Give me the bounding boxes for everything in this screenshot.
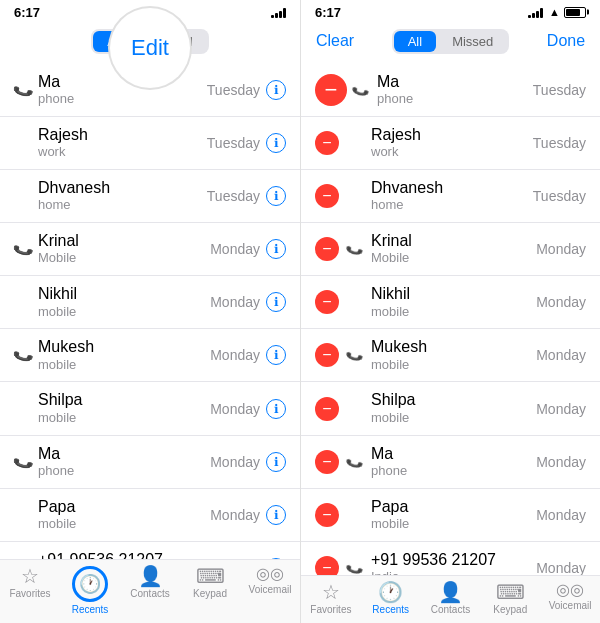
info-button[interactable]: ℹ — [266, 186, 286, 206]
call-item-number-right: − 📞 +91 99536 21207 India Monday — [301, 542, 600, 575]
info-button[interactable]: ℹ — [266, 345, 286, 365]
call-item-krinal-left: 📞 Krinal Mobile Monday ℹ — [0, 223, 300, 276]
call-day: Monday — [210, 401, 260, 417]
tab-contacts-right[interactable]: 👤 Contacts — [421, 582, 481, 615]
handset-icon: 📞 — [345, 344, 369, 366]
info-button[interactable]: ℹ — [266, 292, 286, 312]
tab-label: Contacts — [431, 604, 470, 615]
tab-recents-left[interactable]: 🕐 Recents — [60, 566, 120, 615]
favorites-icon: ☆ — [21, 566, 39, 586]
tab-favorites-right[interactable]: ☆ Favorites — [301, 582, 361, 615]
status-time-right: 6:17 — [315, 5, 341, 20]
call-name: Rajesh — [371, 125, 533, 144]
tab-keypad-left[interactable]: ⌨ Keypad — [180, 566, 240, 615]
call-label: phone — [38, 463, 210, 480]
handset-icon: 📞 — [351, 79, 375, 101]
call-day: Tuesday — [207, 188, 260, 204]
call-day: Monday — [210, 294, 260, 310]
delete-button[interactable]: − — [315, 397, 339, 421]
battery-icon — [564, 7, 586, 18]
tab-label: Voicemail — [249, 584, 292, 595]
status-icons-right: ▲ — [528, 6, 586, 18]
delete-button[interactable]: − — [315, 290, 339, 314]
delete-button[interactable]: − — [315, 450, 339, 474]
info-button[interactable]: ℹ — [266, 505, 286, 525]
call-item-papa-left: Papa mobile Monday ℹ — [0, 489, 300, 542]
call-item-ma2-left: 📞 Ma phone Monday ℹ — [0, 436, 300, 489]
call-day: Monday — [536, 401, 586, 417]
info-button[interactable]: ℹ — [266, 239, 286, 259]
filter-tabs-right: All Missed — [392, 29, 510, 54]
call-label: mobile — [371, 410, 536, 427]
info-button[interactable]: ℹ — [266, 558, 286, 559]
done-button[interactable]: Done — [546, 32, 586, 50]
handset-icon: 📞 — [11, 556, 36, 559]
call-name: +91 99536 21207 — [38, 550, 210, 559]
call-item-shilpa-right: − Shilpa mobile Monday — [301, 382, 600, 435]
call-day: Tuesday — [207, 135, 260, 151]
tab-contacts-left[interactable]: 👤 Contacts — [120, 566, 180, 615]
tab-all-right[interactable]: All — [394, 31, 436, 52]
call-label: phone — [38, 91, 207, 108]
signal-icon-right — [528, 7, 543, 18]
call-day: Tuesday — [207, 82, 260, 98]
call-day: Monday — [210, 347, 260, 363]
tab-bar-right: ☆ Favorites 🕐 Recents 👤 Contacts ⌨ Keypa… — [301, 575, 600, 623]
call-label: mobile — [371, 357, 536, 374]
call-name: Ma — [38, 444, 210, 463]
info-button[interactable]: ℹ — [266, 133, 286, 153]
call-label: phone — [377, 91, 533, 108]
contacts-icon: 👤 — [438, 582, 463, 602]
call-name: Nikhil — [38, 284, 210, 303]
keypad-icon: ⌨ — [196, 566, 225, 586]
call-label: work — [371, 144, 533, 161]
tab-favorites-left[interactable]: ☆ Favorites — [0, 566, 60, 615]
call-item-nikhil-left: Nikhil mobile Monday ℹ — [0, 276, 300, 329]
status-icons-left — [271, 7, 286, 18]
delete-button[interactable]: − — [315, 556, 339, 575]
call-item-ma-right: − 📞 Ma phone Tuesday — [301, 64, 600, 117]
clear-button[interactable]: Clear — [315, 32, 355, 50]
voicemail-icon: ◎◎ — [256, 566, 284, 582]
call-list-left: 📞 Ma phone Tuesday ℹ Rajesh work Tuesday… — [0, 64, 300, 559]
call-name: Shilpa — [371, 390, 536, 409]
info-button[interactable]: ℹ — [266, 452, 286, 472]
tab-bar-left: ☆ Favorites 🕐 Recents 👤 Contacts ⌨ Keypa… — [0, 559, 300, 623]
info-button[interactable]: ℹ — [266, 399, 286, 419]
tab-recents-right[interactable]: 🕐 Recents — [361, 582, 421, 615]
call-day: Monday — [536, 507, 586, 523]
delete-button[interactable]: − — [315, 237, 339, 261]
call-day: Monday — [536, 560, 586, 575]
call-name: Ma — [377, 72, 533, 91]
call-label: home — [371, 197, 533, 214]
call-name: Mukesh — [371, 337, 536, 356]
tab-label-recents: Recents — [372, 604, 409, 615]
recents-icon: 🕐 — [79, 575, 101, 593]
tab-label: Keypad — [493, 604, 527, 615]
tab-voicemail-right[interactable]: ◎◎ Voicemail — [540, 582, 600, 615]
wifi-icon: ▲ — [549, 6, 560, 18]
recents-circle: 🕐 — [72, 566, 108, 602]
call-item-rajesh-left: Rajesh work Tuesday ℹ — [0, 117, 300, 170]
delete-button[interactable]: − — [315, 503, 339, 527]
info-button[interactable]: ℹ — [266, 80, 286, 100]
handset-icon: 📞 — [11, 78, 36, 102]
delete-button[interactable]: − — [315, 131, 339, 155]
delete-button[interactable]: − — [315, 343, 339, 367]
call-day: Monday — [210, 241, 260, 257]
call-name: Shilpa — [38, 390, 210, 409]
tab-keypad-right[interactable]: ⌨ Keypad — [480, 582, 540, 615]
call-name: Krinal — [38, 231, 210, 250]
edit-button[interactable]: Edit — [131, 35, 169, 61]
delete-button[interactable]: − — [315, 184, 339, 208]
call-day: Tuesday — [533, 188, 586, 204]
call-item-ma2-right: − 📞 Ma phone Monday — [301, 436, 600, 489]
recents-icon: 🕐 — [378, 582, 403, 602]
tab-missed-right[interactable]: Missed — [438, 31, 507, 52]
call-name: Dhvanesh — [38, 178, 207, 197]
tab-label: Voicemail — [549, 600, 592, 611]
tab-voicemail-left[interactable]: ◎◎ Voicemail — [240, 566, 300, 615]
delete-button[interactable]: − — [315, 74, 347, 106]
call-item-papa-right: − Papa mobile Monday — [301, 489, 600, 542]
call-name: Nikhil — [371, 284, 536, 303]
